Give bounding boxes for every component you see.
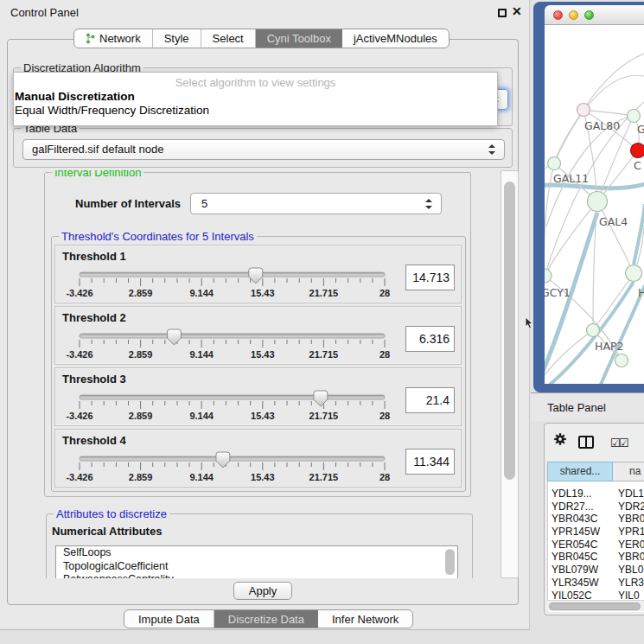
cell-name: YDR2 <box>614 501 644 513</box>
close-window-icon[interactable]: ✕ <box>512 4 522 18</box>
svg-text:15.43: 15.43 <box>251 349 275 360</box>
table-row[interactable]: YPR145WYPR1 <box>548 526 644 539</box>
threshold-value-field[interactable]: 6.316 <box>405 326 455 352</box>
cell-name: YER0 <box>614 539 644 552</box>
slider-thumb[interactable] <box>167 329 181 345</box>
table-row[interactable]: YDR27...YDR2 <box>548 501 644 513</box>
threshold-value-field[interactable]: 21.4 <box>405 387 455 413</box>
tab-network[interactable]: Network <box>74 29 153 48</box>
svg-text:15.43: 15.43 <box>251 472 275 482</box>
cell-name: YDL1 <box>614 488 644 501</box>
numerical-attributes-list[interactable]: SelfLoopsTopologicalCoefficientBetweenne… <box>55 545 458 578</box>
number-of-intervals-spinner[interactable]: 5 <box>190 193 442 214</box>
close-traffic-light[interactable] <box>553 10 563 20</box>
cell-name: YBR0 <box>614 551 644 564</box>
node-label: GAL11 <box>553 172 589 185</box>
scrollbar-thumb[interactable] <box>504 182 515 480</box>
attributes-scrollbar-thumb[interactable] <box>445 549 455 575</box>
threshold-slider[interactable]: -3.4262.8599.14415.4321.71528 <box>76 328 391 362</box>
attribute-list-item[interactable]: SelfLoops <box>56 546 457 560</box>
table-row[interactable]: YBL079WYBL0 <box>548 564 644 577</box>
network-node-gal4[interactable] <box>588 192 608 212</box>
zoom-traffic-light[interactable] <box>584 10 594 20</box>
tab-label: Discretize Data <box>228 610 304 628</box>
desktop: Control Panel ✕ NetworkStyleSelectCyni T… <box>0 0 644 644</box>
attribute-list-item[interactable]: TopologicalCoefficient <box>56 560 457 574</box>
threshold-label: Threshold 3 <box>62 373 126 386</box>
cell-shared-name: YBR043C <box>548 513 614 526</box>
cell-shared-name: YDR27... <box>548 501 614 513</box>
svg-text:2.859: 2.859 <box>129 288 153 298</box>
table-row[interactable]: YER054CYER0 <box>548 539 644 552</box>
table-hscrollbar-thumb[interactable] <box>549 603 641 610</box>
table-row[interactable]: YBR043CYBR0 <box>548 513 644 526</box>
network-window-titlebar[interactable] <box>545 5 644 25</box>
table-horizontal-scrollbar[interactable] <box>547 600 644 611</box>
tab-label: Infer Network <box>332 610 399 628</box>
network-node[interactable] <box>615 354 628 367</box>
network-node-h[interactable] <box>626 265 642 282</box>
tab-label: jActiveMNodules <box>354 29 437 48</box>
cell-shared-name: YDL19... <box>548 488 614 501</box>
cyni-mode-tabs: Impute DataDiscretize DataInfer Network <box>124 609 413 628</box>
table-data-combo[interactable]: galFiltered.sif default node <box>22 139 505 160</box>
network-node-hap2[interactable] <box>587 324 600 337</box>
table-header-name[interactable]: na <box>613 462 644 481</box>
settings-vertical-scrollbar[interactable] <box>501 170 519 578</box>
cell-shared-name: YBL079W <box>548 564 614 577</box>
tab-discretize-data[interactable]: Discretize Data <box>214 610 318 628</box>
tab-select[interactable]: Select <box>201 29 256 48</box>
svg-text:15.43: 15.43 <box>251 411 275 421</box>
tab-impute-data[interactable]: Impute Data <box>124 610 214 628</box>
network-canvas[interactable]: GAL80GACGAL11GAL4GCY1HHAP2 <box>545 25 644 384</box>
network-edge <box>545 330 593 380</box>
threshold-slider[interactable]: -3.4262.8599.14415.4321.71528 <box>76 389 391 424</box>
svg-text:-3.426: -3.426 <box>66 411 92 421</box>
select-columns-icon[interactable]: ☑☑ <box>610 437 627 450</box>
columns-icon[interactable] <box>578 436 594 449</box>
network-node-ga[interactable] <box>628 110 641 123</box>
table-panel: ☑☑ shared... na YDL19...YDL1YDR27...YDR2… <box>544 423 644 615</box>
cell-name: YBR0 <box>614 513 644 526</box>
threshold-label: Threshold 4 <box>62 434 126 447</box>
svg-text:21.715: 21.715 <box>309 472 339 482</box>
tab-cyni-toolbox[interactable]: Cyni Toolbox <box>256 29 342 48</box>
tab-label: Style <box>164 29 189 48</box>
threshold-value-field[interactable]: 14.713 <box>405 265 455 290</box>
svg-text:21.715: 21.715 <box>309 349 339 360</box>
network-view-window: GAL80GACGAL11GAL4GCY1HHAP2 <box>533 2 644 392</box>
tab-style[interactable]: Style <box>153 29 201 48</box>
mouse-cursor <box>525 317 533 329</box>
thresholds-group-label: Threshold's Coordinates for 5 Intervals <box>59 230 257 243</box>
threshold-slider[interactable]: -3.4262.8599.14415.4321.71528 <box>76 450 391 485</box>
network-node-gal11[interactable] <box>548 157 561 170</box>
network-node-gal80[interactable] <box>577 104 590 117</box>
svg-text:21.715: 21.715 <box>309 288 339 298</box>
threshold-value-field[interactable]: 11.344 <box>405 449 455 475</box>
svg-text:28: 28 <box>379 349 390 360</box>
tab-infer-network[interactable]: Infer Network <box>318 610 412 628</box>
network-node-c[interactable] <box>631 143 644 158</box>
tab-jactivemnodules[interactable]: jActiveMNodules <box>342 29 449 48</box>
node-label: GA <box>637 123 644 136</box>
slider-thumb[interactable] <box>314 391 328 406</box>
window-title: Control Panel <box>10 6 79 19</box>
node-label: C <box>634 159 641 172</box>
table-header-shared-name[interactable]: shared... <box>547 462 613 481</box>
table-row[interactable]: YLR345WYLR3 <box>548 577 644 590</box>
tab-label: Network <box>99 29 141 48</box>
svg-text:-3.426: -3.426 <box>66 349 92 360</box>
table-row[interactable]: YBR045CYBR0 <box>548 551 644 564</box>
minimize-traffic-light[interactable] <box>569 10 578 20</box>
popup-item-equal-width[interactable]: Equal Width/Frequency Discretization <box>14 104 497 118</box>
gear-icon[interactable] <box>553 432 567 446</box>
popup-item-manual-discretization[interactable]: Manual Discretization <box>14 90 497 104</box>
apply-button[interactable]: Apply <box>233 582 292 600</box>
slider-thumb[interactable] <box>216 452 230 468</box>
node-label: GAL4 <box>599 215 628 228</box>
attribute-list-item[interactable]: BetweennessCentrality <box>56 573 457 578</box>
table-row[interactable]: YDL19...YDL1 <box>548 488 644 501</box>
settings-scroll-area: Interval Definition Number of Intervals … <box>13 170 499 578</box>
float-window-icon[interactable] <box>498 9 507 17</box>
threshold-slider[interactable]: -3.4262.8599.14415.4321.71528 <box>76 266 391 301</box>
